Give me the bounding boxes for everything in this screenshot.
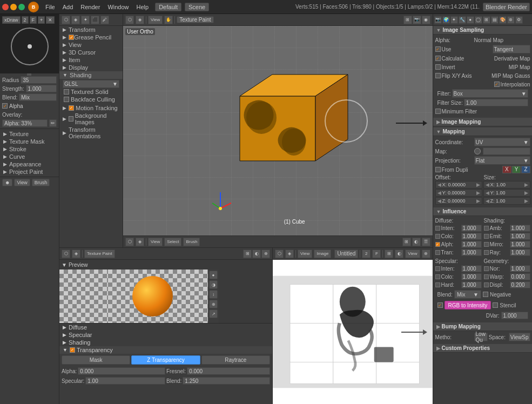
image-mapping-header[interactable]: ▶ Image Mapping xyxy=(433,118,532,126)
workspace-selector[interactable]: Default xyxy=(155,3,181,11)
textured-solid-item[interactable]: Textured Solid xyxy=(63,88,119,96)
close-button[interactable] xyxy=(2,4,9,10)
warp-value[interactable]: 0.000 xyxy=(510,273,530,280)
min-filter-checkbox[interactable] xyxy=(435,109,441,114)
rp-icon1[interactable]: 📷 xyxy=(434,16,442,24)
uv-filename[interactable]: Untitled xyxy=(334,250,358,258)
vp-grid-icon[interactable]: ⊞ xyxy=(403,16,412,24)
brush-btn-bottom[interactable]: Brush xyxy=(183,238,200,246)
3d-cursor-item[interactable]: ▶ 3D Cursor xyxy=(59,49,123,56)
rp-icon3[interactable]: ✦ xyxy=(450,16,458,24)
hard-cb[interactable] xyxy=(435,282,440,287)
uv-view-btn[interactable]: View xyxy=(298,250,312,258)
vp-b-icon1[interactable]: ⊞ xyxy=(402,238,411,246)
proj-select[interactable]: Flat▼ xyxy=(474,156,530,165)
rp-icon5[interactable]: ● xyxy=(467,16,474,24)
inten-cb[interactable] xyxy=(435,226,440,231)
specular-section[interactable]: ▶ Specular xyxy=(59,331,272,339)
filter-size-value[interactable]: 1.00 xyxy=(464,99,528,106)
emit-cb[interactable] xyxy=(484,234,489,239)
sidebar-icon-5[interactable]: 🖋 xyxy=(100,16,109,24)
sidebar-icon-2[interactable]: ◈ xyxy=(71,16,80,24)
radius-field[interactable]: 35 xyxy=(21,76,57,84)
uv-r-icon5[interactable]: ⊕ xyxy=(422,250,430,258)
uv-r-icon2[interactable]: F xyxy=(372,250,381,258)
warp-cb[interactable] xyxy=(484,274,489,279)
ray-cb[interactable] xyxy=(484,250,489,255)
rp-icon2[interactable]: 🌍 xyxy=(442,16,450,24)
uv-image-btn[interactable]: Image xyxy=(314,250,331,258)
spec-inten-value[interactable]: 1.000 xyxy=(461,265,482,272)
transform-orient-item[interactable]: ▶ Transform Orientations xyxy=(59,126,123,140)
ray-value[interactable]: 1.000 xyxy=(510,249,530,256)
vp-b-icon3[interactable]: ☰ xyxy=(422,238,430,246)
grease-pencil-checkbox[interactable]: ✓ xyxy=(69,35,74,40)
y-btn[interactable]: Y xyxy=(512,166,521,173)
interp-checkbox[interactable]: ✓ xyxy=(494,82,500,87)
mode-2[interactable]: 2 xyxy=(22,16,29,24)
z-offset-field[interactable]: ◀Z: 0.00000▶ xyxy=(435,197,482,205)
filter-select[interactable]: Box▼ xyxy=(452,89,528,98)
engine-select[interactable]: Blender Render xyxy=(483,3,530,11)
rp-icon6[interactable]: ◯ xyxy=(475,16,482,24)
uv-icon1[interactable]: ⬡ xyxy=(275,250,284,258)
backface-culling-item[interactable]: Backface Culling xyxy=(63,96,119,103)
map-value[interactable] xyxy=(483,147,530,155)
mirr-cb[interactable] xyxy=(484,242,489,247)
emit-value[interactable]: 1.000 xyxy=(510,233,530,240)
vp-cam-icon[interactable]: 📷 xyxy=(413,16,421,24)
calc-checkbox[interactable]: ✓ xyxy=(435,56,441,61)
eyedropper-btn[interactable]: ✏ xyxy=(49,119,57,127)
vp-icon-2[interactable]: ◈ xyxy=(136,16,144,24)
alpha-f-value[interactable]: 0.000 xyxy=(78,367,165,375)
hard-value[interactable]: 1.000 xyxy=(461,281,482,288)
rgb-checkbox[interactable]: ✓ xyxy=(437,302,443,308)
alpha-overlay-field[interactable]: Alpha: 33% xyxy=(2,119,48,127)
sidebar-icon-1[interactable]: ⬡ xyxy=(62,16,70,24)
custom-props-header[interactable]: ▶ Custom Properties xyxy=(433,344,532,353)
select-btn-bottom[interactable]: Select xyxy=(164,238,181,246)
appearance-section[interactable]: ▶ Appearance xyxy=(0,160,59,168)
spec-inten-cb[interactable] xyxy=(435,266,440,271)
menu-add[interactable]: Add xyxy=(59,3,77,11)
texture-mask-section[interactable]: ▶ Texture Mask xyxy=(0,138,59,145)
menu-file[interactable]: File xyxy=(42,3,58,11)
preview-btn-1[interactable]: ● xyxy=(209,271,218,279)
vp-icon-1[interactable]: ⬡ xyxy=(125,16,134,24)
bl-icon2[interactable]: ◈ xyxy=(72,250,80,258)
uv-r-icon1[interactable]: 2 xyxy=(362,250,371,258)
vp-icon-3[interactable]: ✋ xyxy=(164,16,173,24)
fresnel-value[interactable]: 0.000 xyxy=(187,367,270,375)
sidebar-icon-4[interactable]: ⬛ xyxy=(91,16,99,24)
xdraw-btn[interactable]: xDraw xyxy=(2,16,21,24)
plus-btn[interactable]: + xyxy=(38,16,45,24)
use-checkbox[interactable]: ✓ xyxy=(435,46,441,52)
uv-r-icon4[interactable]: ◐ xyxy=(395,250,403,258)
alph-value[interactable]: 1.000 xyxy=(461,241,482,248)
amb-cb[interactable] xyxy=(484,226,489,231)
mapping-header[interactable]: ▼ Mapping xyxy=(433,127,532,136)
alpha-checkbox[interactable]: ✓ xyxy=(2,103,8,109)
coord-select[interactable]: UV▼ xyxy=(474,138,530,146)
rp-icon4[interactable]: 🔧 xyxy=(459,16,466,24)
project-paint-section[interactable]: ▶ Project Paint xyxy=(0,168,59,176)
shading-section[interactable]: ▶ Shading xyxy=(59,339,272,346)
alph-cb[interactable]: ✓ xyxy=(435,242,440,247)
blend-f-value[interactable]: 1.250 xyxy=(183,377,270,385)
rp-icon11[interactable]: ⚙ xyxy=(515,16,523,24)
tangent-select[interactable]: Tangent xyxy=(493,45,530,53)
view-btn-small[interactable]: ☻ xyxy=(2,179,12,186)
stroke-section[interactable]: ▶ Stroke xyxy=(0,145,59,153)
amb-value[interactable]: 1.000 xyxy=(510,225,530,232)
vp-icon-view[interactable]: View xyxy=(148,16,163,24)
minimize-button[interactable] xyxy=(10,4,17,10)
menu-window[interactable]: Window xyxy=(104,3,132,11)
uv-icon2[interactable]: ◈ xyxy=(285,250,294,258)
uv-view-btn2[interactable]: View xyxy=(405,250,420,258)
blend-select[interactable]: Mix xyxy=(19,93,57,101)
bl-preview-btn[interactable]: Texture Paint xyxy=(84,250,115,258)
rp-icon7[interactable]: ⊞ xyxy=(483,16,490,24)
sidebar-icon-3[interactable]: ✦ xyxy=(81,16,90,24)
motion-tracking-item[interactable]: ▶ ✓ Motion Tracking xyxy=(59,104,123,112)
display-item[interactable]: ▶ Display xyxy=(59,64,123,71)
